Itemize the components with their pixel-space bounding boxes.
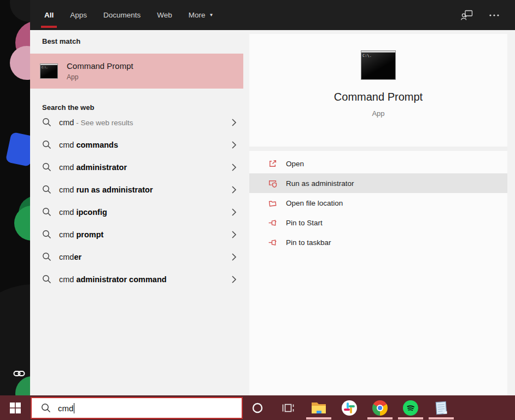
slack-icon <box>342 400 357 416</box>
chevron-right-icon[interactable] <box>231 185 237 194</box>
cortana-icon <box>251 402 264 414</box>
search-icon <box>42 207 51 217</box>
best-match-title: Command Prompt <box>67 61 133 71</box>
taskbar: cmd <box>0 395 515 420</box>
taskbar-item-task-view[interactable] <box>273 395 303 420</box>
suggestion-cmd-ipconfig[interactable]: cmd ipconfig <box>30 201 243 223</box>
suggestion-cmd-administrator[interactable]: cmd administrator <box>30 156 243 178</box>
search-icon <box>41 403 51 413</box>
taskbar-item-slack[interactable] <box>334 395 365 420</box>
search-icon <box>42 230 51 239</box>
pin-icon <box>268 218 277 228</box>
task-view-icon <box>282 402 295 414</box>
desktop-shape-pink-light <box>10 46 30 80</box>
action-run-as-administrator[interactable]: Run as administrator <box>249 173 507 193</box>
tab-documents[interactable]: Documents <box>103 0 141 30</box>
spotify-icon <box>403 400 418 416</box>
open-icon <box>268 159 277 168</box>
app-preview: C:\. Command Prompt App <box>249 34 507 147</box>
suggestion-cmd-run-as-administrator[interactable]: cmd run as administrator <box>30 178 243 201</box>
tab-all[interactable]: All <box>44 0 54 30</box>
chevron-right-icon[interactable] <box>231 208 237 217</box>
suggestion-cmd-see-web-results[interactable]: cmd - See web results <box>30 111 243 133</box>
web-suggestions-list: cmd - See web results cmd commands cmd a… <box>30 111 243 290</box>
more-options-icon[interactable] <box>488 9 501 22</box>
running-indicator <box>398 417 423 419</box>
search-icon <box>42 275 51 284</box>
chrome-icon <box>372 400 388 416</box>
suggestion-cmder[interactable]: cmder <box>30 246 243 268</box>
tab-web[interactable]: Web <box>157 0 172 30</box>
tab-more[interactable]: More ▼ <box>189 0 214 30</box>
text-cursor <box>74 403 74 413</box>
folder-icon <box>268 199 277 208</box>
pin-icon <box>268 238 277 247</box>
notepad-icon <box>434 400 449 416</box>
chevron-right-icon[interactable] <box>231 163 237 172</box>
search-results-area: Best match C:\. Command Prompt App Searc… <box>30 30 515 395</box>
start-button[interactable] <box>0 395 30 420</box>
chevron-right-icon[interactable] <box>231 118 237 127</box>
link-icon <box>13 370 25 380</box>
best-match-header: Best match <box>30 30 249 44</box>
running-indicator <box>306 417 331 419</box>
action-open[interactable]: Open <box>249 154 507 173</box>
best-match-command-prompt[interactable]: C:\. Command Prompt App <box>30 54 243 89</box>
run-as-admin-icon <box>268 179 277 188</box>
chevron-right-icon[interactable] <box>231 141 237 149</box>
taskbar-icons <box>242 395 457 420</box>
search-web-header: Search the web <box>30 96 249 110</box>
taskbar-item-spotify[interactable] <box>395 395 426 420</box>
divider <box>249 147 507 151</box>
preview-panel: C:\. Command Prompt App Open <box>249 30 507 395</box>
suggestion-cmd-commands[interactable]: cmd commands <box>30 133 243 156</box>
command-prompt-icon: C:\. <box>40 63 58 79</box>
running-indicator <box>367 417 393 419</box>
taskbar-item-file-explorer[interactable] <box>303 395 334 420</box>
action-pin-to-taskbar[interactable]: Pin to taskbar <box>249 232 507 252</box>
search-query-text: cmd <box>58 404 73 413</box>
taskbar-search-input[interactable]: cmd <box>31 397 243 419</box>
search-icon <box>42 162 51 172</box>
desktop-shape-dark <box>10 0 30 22</box>
search-filter-bar: All Apps Documents Web More ▼ <box>30 0 515 30</box>
suggestion-cmd-administrator-command[interactable]: cmd administrator command <box>30 268 243 290</box>
desktop-shape-blue <box>5 132 30 167</box>
running-indicator <box>429 417 454 419</box>
action-open-file-location[interactable]: Open file location <box>249 193 507 213</box>
search-icon <box>42 118 51 127</box>
results-panel: Best match C:\. Command Prompt App Searc… <box>30 30 249 395</box>
chevron-right-icon[interactable] <box>231 275 237 284</box>
taskbar-item-notepad[interactable] <box>426 395 457 420</box>
desktop-shape-green <box>14 206 30 241</box>
search-flyout: All Apps Documents Web More ▼ <box>30 0 515 395</box>
chevron-right-icon[interactable] <box>231 230 237 239</box>
search-icon <box>42 140 51 149</box>
chevron-right-icon[interactable] <box>231 253 237 261</box>
desktop-background <box>0 0 30 395</box>
suggestion-cmd-prompt[interactable]: cmd prompt <box>30 223 243 246</box>
search-icon <box>42 252 51 261</box>
command-prompt-icon-large: C:\. <box>361 50 396 80</box>
feedback-icon[interactable] <box>460 9 473 22</box>
file-explorer-icon <box>311 401 327 415</box>
tab-apps[interactable]: Apps <box>70 0 87 30</box>
preview-app-subtitle: App <box>372 109 384 118</box>
topbar-icons <box>460 0 501 30</box>
taskbar-item-cortana[interactable] <box>242 395 273 420</box>
context-actions: Open Run as administrator <box>249 151 507 252</box>
action-pin-to-start[interactable]: Pin to Start <box>249 213 507 232</box>
search-icon <box>42 185 51 194</box>
best-match-subtitle: App <box>67 73 133 81</box>
preview-app-title: Command Prompt <box>334 91 423 103</box>
windows-logo-icon <box>10 402 21 413</box>
chevron-down-icon: ▼ <box>209 13 214 18</box>
taskbar-item-chrome[interactable] <box>365 395 395 420</box>
